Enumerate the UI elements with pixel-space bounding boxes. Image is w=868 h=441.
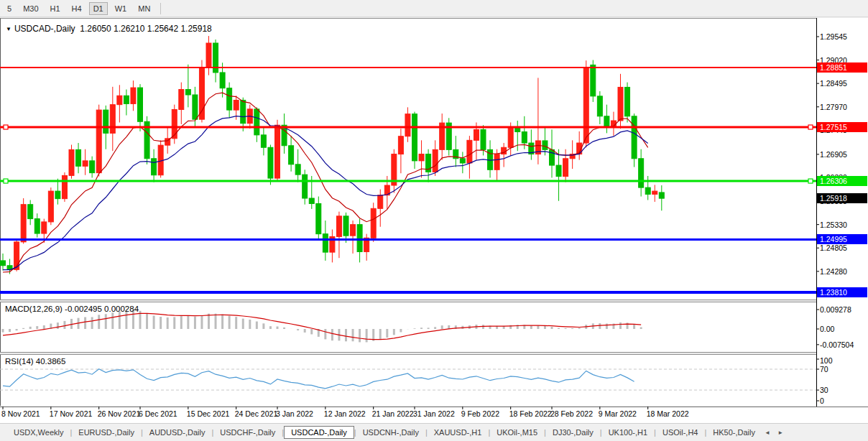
macd-axis-tick: 0.00 xyxy=(820,325,834,333)
timeframe-toolbar: 5M30H1H4D1W1MN xyxy=(0,0,868,17)
chart-tab-usoilh4[interactable]: USOil-,H4 xyxy=(656,427,705,438)
macd-axis-tick: 0.009278 xyxy=(820,305,851,314)
timeframe-button-5[interactable]: 5 xyxy=(3,2,16,15)
date-axis-label: 21 Jan 2022 xyxy=(372,409,414,418)
chart-tab-eurusddaily[interactable]: EURUSD-,Daily xyxy=(72,427,141,438)
rsi-value: 40.3865 xyxy=(36,357,66,366)
chart-tab-uk100h1[interactable]: UK100-,H1 xyxy=(602,427,654,438)
trading-terminal-window: 5M30H1H4D1W1MN ▼USDCAD-,Daily 1.26050 1.… xyxy=(0,0,868,441)
level-price-tag: 1.27515 xyxy=(817,122,867,132)
rsi-axis-tick: 100 xyxy=(820,356,833,365)
chart-tab-audusddaily[interactable]: AUDUSD-,Daily xyxy=(143,427,212,438)
rsi-axis-tick: 0 xyxy=(820,396,824,405)
level-price-tag: 1.24995 xyxy=(817,234,867,244)
timeframe-button-m30[interactable]: M30 xyxy=(19,2,42,15)
timeframe-button-mn[interactable]: MN xyxy=(134,2,154,15)
rsi-panel[interactable] xyxy=(0,355,868,406)
timeframe-button-w1[interactable]: W1 xyxy=(111,2,131,15)
price-axis-tick: 1.28495 xyxy=(820,79,847,88)
date-axis-label: 18 Feb 2022 xyxy=(509,409,552,418)
chart-symbol-label: USDCAD-,Daily xyxy=(14,24,75,34)
date-axis-label: 8 Nov 2021 xyxy=(1,409,40,418)
price-axis-tick: 1.24280 xyxy=(820,267,847,276)
chart-tab-ukoilm15[interactable]: UKOil-,M15 xyxy=(490,427,544,438)
date-axis-label: 24 Dec 2021 xyxy=(235,409,278,418)
level-price-tag: 1.28851 xyxy=(817,62,867,73)
date-axis-label: 31 Jan 2022 xyxy=(413,409,455,418)
date-axis-label: 17 Nov 2021 xyxy=(50,409,93,418)
current-price-tag: 1.25918 xyxy=(817,193,867,203)
macd-values: -0.002495 0.000284 xyxy=(65,305,139,313)
date-axis-label: 18 Mar 2022 xyxy=(647,409,689,418)
chart-tab-xauusdh1[interactable]: XAUUSD-,H1 xyxy=(428,427,489,438)
price-axis-tick: 1.26905 xyxy=(820,150,847,159)
chart-tab-usdcaddaily[interactable]: USDCAD-,Daily xyxy=(284,426,354,439)
chart-tab-usdxweekly[interactable]: USDX,Weekly xyxy=(7,427,70,438)
chart-tab-usdchfdaily[interactable]: USDCHF-,Daily xyxy=(213,427,282,438)
macd-name: MACD(12,26,9) xyxy=(5,305,63,313)
price-axis-border xyxy=(816,18,817,407)
level-price-tag: 1.26306 xyxy=(817,176,867,186)
date-axis-label: 28 Feb 2022 xyxy=(550,409,593,418)
timeframe-button-h4[interactable]: H4 xyxy=(68,2,86,15)
toolbar-separator xyxy=(160,3,161,14)
date-axis-label: 3 Jan 2022 xyxy=(276,409,313,418)
rsi-indicator-label: RSI(14) 40.3865 xyxy=(5,357,65,366)
chart-title[interactable]: ▼USDCAD-,Daily 1.26050 1.26210 1.25642 1… xyxy=(6,24,212,34)
symbol-tab-bar: USDX,Weekly|EURUSD-,Daily|AUDUSD-,Daily|… xyxy=(0,423,868,441)
date-axis-label: 6 Dec 2021 xyxy=(139,409,177,418)
macd-indicator-label: MACD(12,26,9) -0.002495 0.000284 xyxy=(5,305,139,313)
symbol-dropdown-icon[interactable]: ▼ xyxy=(6,26,11,32)
date-axis-label: 26 Nov 2021 xyxy=(98,409,141,418)
rsi-axis-tick: 30 xyxy=(820,386,828,394)
chart-tab-dj30daily[interactable]: DJ30-,Daily xyxy=(546,427,600,438)
date-axis-label: 9 Feb 2022 xyxy=(461,409,499,418)
chart-ohlc-values: 1.26050 1.26210 1.25642 1.25918 xyxy=(80,24,212,34)
price-axis-tick: 1.27970 xyxy=(820,103,847,111)
date-axis-label: 12 Jan 2022 xyxy=(324,409,366,418)
chart-tab-hk50daily[interactable]: HK50-,Daily xyxy=(706,427,762,438)
rsi-name: RSI(14) xyxy=(5,357,34,366)
macd-axis-tick: -0.007504 xyxy=(820,340,854,349)
timeframe-button-h1[interactable]: H1 xyxy=(46,2,65,15)
price-axis-tick: 1.24805 xyxy=(820,243,847,252)
chart-tab-usdcnhdaily[interactable]: USDCNH-,Daily xyxy=(356,427,425,438)
timeframe-button-d1[interactable]: D1 xyxy=(89,2,108,15)
date-axis-label: 15 Dec 2021 xyxy=(187,409,230,418)
price-axis-tick: 1.29545 xyxy=(820,32,847,41)
level-price-tag: 1.23810 xyxy=(817,287,867,297)
price-chart-panel[interactable] xyxy=(0,18,868,300)
rsi-axis-tick: 70 xyxy=(820,365,828,373)
date-axis-label: 9 Mar 2022 xyxy=(599,409,637,418)
price-axis-tick: 1.25330 xyxy=(820,220,847,229)
tab-scroll-arrows[interactable]: ◄ ► xyxy=(765,430,786,436)
